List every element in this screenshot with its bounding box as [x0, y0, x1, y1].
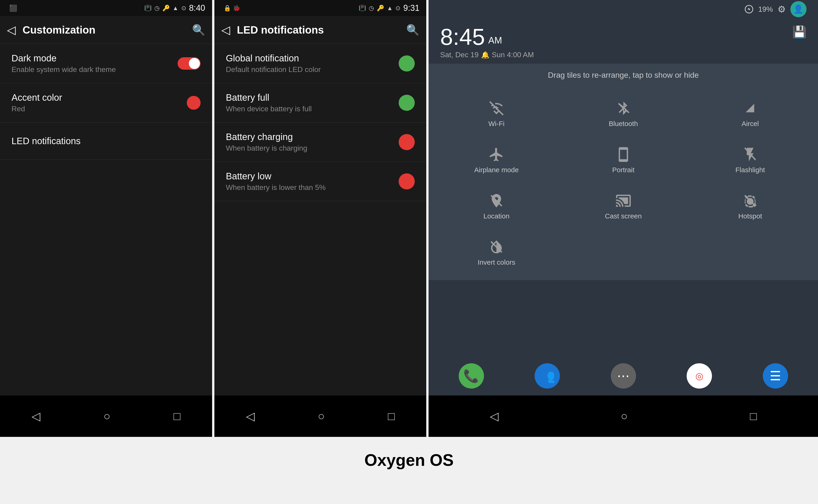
accent-color-subtitle: Red — [11, 105, 187, 113]
accent-color-item[interactable]: Accent color Red — [0, 83, 212, 122]
save-button-3[interactable]: 💾 — [792, 25, 807, 39]
tile-wifi-label: Wi-Fi — [488, 120, 505, 128]
wifi-off-icon — [488, 100, 505, 116]
nav-recent-2[interactable]: □ — [388, 409, 395, 423]
tile-portrait[interactable]: Portrait — [560, 137, 687, 183]
flashlight-icon — [742, 146, 758, 163]
avatar-icon: 👤 — [793, 4, 804, 14]
nav-home-1[interactable]: ○ — [103, 409, 110, 423]
invert-colors-icon — [488, 239, 505, 255]
dock-apps[interactable]: ⋯ — [611, 363, 636, 389]
dock-contacts[interactable]: 👥 — [535, 363, 560, 389]
global-notification-title: Global notification — [226, 53, 399, 63]
dark-mode-item[interactable]: Dark mode Enable system wide dark theme — [0, 44, 212, 83]
nav-back-2[interactable]: ◁ — [246, 409, 255, 423]
dark-mode-toggle[interactable] — [178, 57, 201, 70]
bottom-dock: 📞 👥 ⋯ ◎ ☰ — [429, 356, 818, 395]
battery-charging-content: Battery charging When battery is chargin… — [226, 132, 399, 152]
tile-flashlight-label: Flashlight — [735, 166, 765, 174]
dark-mode-title: Dark mode — [11, 53, 178, 63]
status-bar-left-2: 🔒 🐞 — [224, 5, 240, 12]
tile-bluetooth[interactable]: Bluetooth — [560, 91, 687, 137]
battery-low-subtitle: When battery is lower than 5% — [226, 183, 399, 192]
battery-charging-dot — [398, 134, 415, 150]
dock-notes[interactable]: ☰ — [763, 363, 788, 389]
date-text: Sat, Dec 19 — [440, 51, 479, 59]
led-notifications-content: LED notifications — [11, 136, 201, 146]
toggle-knob — [189, 58, 200, 69]
signal-icon — [742, 100, 758, 116]
vpn-icon-2: 🔑 — [377, 5, 384, 12]
status-time-1: 8:40 — [189, 3, 205, 13]
nav-recent-3[interactable]: □ — [750, 409, 757, 423]
vpn-icon: 🔑 — [162, 5, 170, 12]
tile-aircel-label: Aircel — [742, 120, 759, 128]
status-bar-3: 19% ⚙ 👤 — [429, 0, 818, 18]
tile-invert-label: Invert colors — [478, 258, 515, 266]
top-bar-1: ◁ Customization 🔍 — [0, 16, 212, 44]
status-time-2: 9:31 — [403, 3, 420, 13]
notif-time-display: 8:45 AM — [440, 25, 534, 48]
tile-invert[interactable]: Invert colors — [433, 230, 560, 275]
tile-hotspot-label: Hotspot — [738, 212, 762, 220]
battery-low-dot — [398, 173, 415, 189]
led-notifications-item[interactable]: LED notifications — [0, 123, 212, 159]
bug-icon-2: 🐞 — [233, 5, 240, 12]
time-block: 8:45 AM Sat, Dec 19 🔔 Sun 4:00 AM — [440, 25, 534, 59]
tile-wifi[interactable]: Wi-Fi — [433, 91, 560, 137]
nav-recent-1[interactable]: □ — [173, 409, 180, 423]
global-notification-item[interactable]: Global notification Default notification… — [214, 44, 427, 83]
battery-charging-title: Battery charging — [226, 132, 399, 142]
led-divider-5 — [214, 201, 427, 201]
battery-icon: ⊙ — [181, 5, 186, 12]
status-bar-right: 📳 ◷ 🔑 ▲ ⊙ 8:40 — [144, 3, 205, 13]
back-button-2[interactable]: ◁ — [221, 23, 230, 37]
notif-ampm: AM — [488, 35, 502, 45]
tile-cast[interactable]: Cast screen — [560, 183, 687, 229]
tile-airplane[interactable]: Airplane mode — [433, 137, 560, 183]
thumbnail-icon: ⬛ — [9, 4, 17, 12]
user-avatar[interactable]: 👤 — [790, 1, 807, 17]
dark-mode-content: Dark mode Enable system wide dark theme — [11, 53, 178, 74]
status-bar-left-icons: ⬛ — [9, 4, 17, 12]
dock-phone[interactable]: 📞 — [459, 363, 484, 389]
accent-color-content: Accent color Red — [11, 92, 187, 113]
nav-home-3[interactable]: ○ — [621, 409, 628, 423]
accent-color-dot — [187, 96, 201, 110]
tile-location[interactable]: Location — [433, 183, 560, 229]
battery-icon-3 — [744, 5, 754, 14]
footer-label: Oxygen OS — [0, 437, 818, 479]
alarm-time: Sun 4:00 AM — [492, 51, 534, 59]
bluetooth-off-icon — [615, 100, 632, 116]
search-icon-1[interactable]: 🔍 — [192, 24, 205, 36]
accent-color-title: Accent color — [11, 92, 187, 103]
notif-status-icons: 19% ⚙ 👤 — [744, 1, 807, 17]
status-bar-1: ⬛ 📳 ◷ 🔑 ▲ ⊙ 8:40 — [0, 0, 212, 16]
battery-full-item[interactable]: Battery full When device battery is full — [214, 83, 427, 122]
tile-location-label: Location — [483, 212, 509, 220]
settings-icon[interactable]: ⚙ — [778, 4, 786, 14]
vibrate-icon: 📳 — [144, 5, 152, 12]
search-icon-2[interactable]: 🔍 — [406, 24, 420, 36]
dock-chrome[interactable]: ◎ — [687, 363, 712, 389]
battery-percent: 19% — [758, 5, 773, 14]
battery-full-title: Battery full — [226, 92, 399, 103]
tile-aircel[interactable]: Aircel — [687, 91, 813, 137]
battery-full-dot — [398, 95, 415, 111]
tile-hotspot[interactable]: Hotspot — [687, 183, 813, 229]
battery-low-content: Battery low When battery is lower than 5… — [226, 171, 399, 192]
battery-charging-item[interactable]: Battery charging When battery is chargin… — [214, 123, 427, 162]
battery-low-item[interactable]: Battery low When battery is lower than 5… — [214, 162, 427, 201]
nav-back-1[interactable]: ◁ — [32, 409, 40, 423]
tile-flashlight[interactable]: Flashlight — [687, 137, 813, 183]
phone-screen-3: 19% ⚙ 👤 8:45 AM Sat, Dec 19 🔔 Sun 4:00 A… — [429, 0, 818, 437]
location-off-icon — [488, 193, 505, 209]
dark-mode-subtitle: Enable system wide dark theme — [11, 65, 178, 74]
back-button-1[interactable]: ◁ — [7, 23, 16, 37]
cast-icon — [615, 193, 632, 209]
nav-back-3[interactable]: ◁ — [490, 409, 499, 423]
tile-airplane-label: Airplane mode — [474, 166, 519, 174]
led-notifications-title: LED notifications — [11, 136, 201, 146]
nav-home-2[interactable]: ○ — [318, 409, 324, 423]
notif-time: 8:45 — [440, 24, 485, 50]
